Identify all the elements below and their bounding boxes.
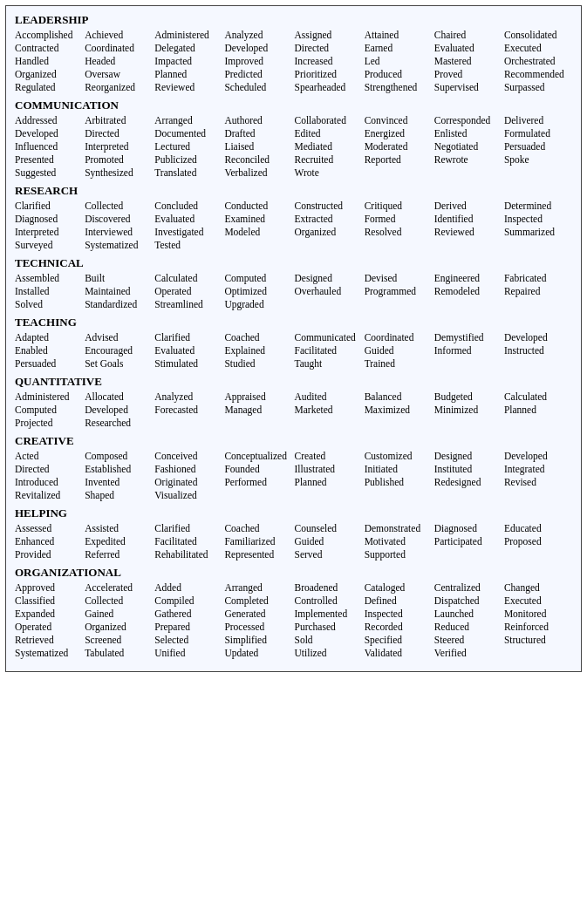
word-item: Reinforced: [504, 621, 572, 633]
word-item: Examined: [224, 213, 292, 225]
word-item: [434, 489, 502, 501]
word-item: Instructed: [504, 344, 572, 357]
word-item: [365, 417, 433, 429]
word-item: Extracted: [295, 213, 363, 225]
word-item: Persuaded: [504, 140, 572, 153]
word-item: Energized: [365, 127, 433, 139]
word-item: Operated: [154, 285, 222, 297]
word-item: Drafted: [224, 127, 292, 139]
word-item: [504, 166, 572, 179]
word-item: Collaborated: [295, 114, 363, 126]
word-item: Streamlined: [154, 298, 222, 310]
word-item: Reconciled: [224, 153, 292, 166]
word-item: Purchased: [295, 621, 363, 633]
word-item: Attained: [365, 29, 433, 41]
word-item: Accomplished: [15, 29, 83, 41]
section-title-helping: HELPING: [15, 506, 572, 520]
word-item: Prepared: [154, 621, 222, 633]
word-item: Upgraded: [224, 298, 292, 310]
word-item: Increased: [295, 55, 363, 67]
word-item: Managed: [224, 404, 292, 416]
word-item: Coordinated: [85, 42, 153, 54]
word-item: Visualized: [154, 489, 222, 501]
word-item: Proposed: [504, 535, 572, 547]
word-item: Integrated: [504, 463, 572, 475]
word-item: [434, 166, 502, 179]
word-item: Installed: [15, 285, 83, 297]
word-item: Resolved: [365, 226, 433, 238]
word-item: Optimized: [224, 285, 292, 297]
word-item: Compiled: [154, 594, 222, 607]
word-item: Achieved: [85, 29, 153, 41]
word-item: Promoted: [85, 153, 153, 166]
word-item: Communicated: [295, 331, 363, 343]
section-technical: TECHNICALAssembledBuiltCalculatedCompute…: [15, 256, 572, 310]
word-item: Designed: [295, 272, 363, 284]
word-item: Summarized: [504, 226, 572, 238]
word-item: Participated: [434, 535, 502, 547]
word-item: Interpreted: [85, 140, 153, 153]
word-item: Derived: [434, 200, 502, 212]
word-item: [224, 417, 292, 429]
word-item: Demonstrated: [365, 522, 433, 534]
word-item: Publicized: [154, 153, 222, 166]
word-item: Impacted: [154, 55, 222, 67]
word-item: Liaised: [224, 140, 292, 153]
word-item: Originated: [154, 476, 222, 488]
word-item: Administered: [15, 391, 83, 403]
word-item: Invented: [85, 476, 153, 488]
word-item: [504, 548, 572, 561]
word-item: Marketed: [295, 404, 363, 416]
word-item: Set Goals: [85, 357, 153, 370]
word-item: Introduced: [15, 476, 83, 488]
word-item: Redesigned: [434, 476, 502, 488]
word-item: Prioritized: [295, 68, 363, 80]
word-item: [295, 489, 363, 501]
word-item: Arranged: [154, 114, 222, 126]
word-item: Selected: [154, 634, 222, 646]
word-item: Facilitated: [295, 344, 363, 357]
word-item: Scheduled: [224, 81, 292, 93]
word-item: Gathered: [154, 608, 222, 620]
word-item: Stimulated: [154, 357, 222, 370]
word-item: Supervised: [434, 81, 502, 93]
word-item: Counseled: [295, 522, 363, 534]
word-item: Rehabilitated: [154, 548, 222, 561]
word-item: Evaluated: [434, 42, 502, 54]
word-item: Coordinated: [365, 331, 433, 343]
word-item: Maximized: [365, 404, 433, 416]
word-item: [504, 647, 572, 659]
word-item: Demystified: [434, 331, 502, 343]
word-item: Planned: [504, 404, 572, 416]
word-item: Published: [365, 476, 433, 488]
word-item: Reorganized: [85, 81, 153, 93]
word-item: Educated: [504, 522, 572, 534]
word-item: Built: [85, 272, 153, 284]
section-words-technical: AssembledBuiltCalculatedComputedDesigned…: [15, 272, 572, 310]
word-item: [365, 166, 433, 179]
word-item: Consolidated: [504, 29, 572, 41]
word-item: Motivated: [365, 535, 433, 547]
word-item: Programmed: [365, 285, 433, 297]
section-words-research: ClarifiedCollectedConcludedConductedCons…: [15, 200, 572, 251]
word-item: Analyzed: [224, 29, 292, 41]
word-item: [504, 239, 572, 251]
word-item: Guided: [295, 535, 363, 547]
word-item: Accelerated: [85, 581, 153, 594]
word-item: Repaired: [504, 285, 572, 297]
word-item: Verified: [434, 647, 502, 659]
word-item: Developed: [224, 42, 292, 54]
word-item: [434, 239, 502, 251]
word-item: Added: [154, 581, 222, 594]
word-item: Expanded: [15, 608, 83, 620]
word-item: Presented: [15, 153, 83, 166]
word-item: Validated: [365, 647, 433, 659]
word-item: Structured: [504, 634, 572, 646]
word-item: Informed: [434, 344, 502, 357]
section-helping: HELPINGAssessedAssistedClarifiedCoachedC…: [15, 506, 572, 561]
word-item: Convinced: [365, 114, 433, 126]
word-item: Customized: [365, 450, 433, 462]
word-item: Broadened: [295, 581, 363, 594]
word-item: Contracted: [15, 42, 83, 54]
section-title-technical: TECHNICAL: [15, 256, 572, 270]
